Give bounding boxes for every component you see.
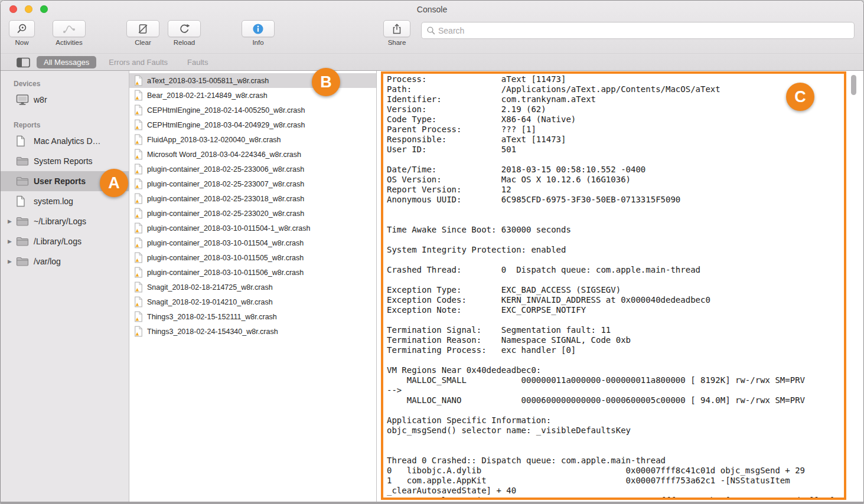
crash-file-icon (134, 149, 144, 160)
crash-file-name: plugin-container_2018-02-25-233018_w8r.c… (147, 195, 304, 203)
sidebar-item-label: User Reports (34, 176, 86, 186)
search-input[interactable] (438, 26, 849, 35)
toolbar-item: Info (242, 20, 275, 46)
scrollbar-thumb[interactable] (851, 75, 856, 95)
crash-file-row[interactable]: CEPHtmlEngine_2018-02-14-005250_w8r.cras… (129, 103, 376, 117)
folder-icon (16, 256, 29, 267)
console-window: Console Now Activities (0, 0, 864, 504)
crash-file-icon (134, 296, 144, 307)
display-icon (16, 94, 29, 106)
crash-file-row[interactable]: plugin-container_2018-03-10-011504_w8r.c… (129, 235, 376, 250)
sidebar-toggle-icon[interactable] (17, 57, 31, 68)
crash-file-icon (134, 119, 144, 130)
toolbar-button-clear[interactable] (126, 20, 159, 37)
crash-file-row[interactable]: plugin-container_2018-02-25-233007_w8r.c… (129, 176, 376, 191)
crash-file-name: Bear_2018-02-21-214849_w8r.crash (147, 91, 268, 100)
annotation-badge-b: B (312, 68, 340, 96)
folder-icon (16, 236, 29, 247)
crash-file-name: Snagit_2018-02-18-214725_w8r.crash (147, 283, 273, 292)
search-field[interactable] (421, 22, 855, 39)
search-icon (426, 26, 435, 35)
disclosure-triangle-icon[interactable]: ▶ (8, 238, 16, 244)
crash-file-row[interactable]: Snagit_2018-02-18-214725_w8r.crash (129, 280, 376, 294)
crash-file-icon (134, 75, 144, 86)
filter-tab[interactable]: Errors and Faults (102, 56, 175, 68)
sidebar-item-label: w8r (34, 95, 47, 104)
crash-file-icon (134, 267, 144, 278)
crash-file-row[interactable]: Snagit_2018-02-19-014210_w8r.crash (129, 294, 376, 309)
disclosure-triangle-icon[interactable]: ▶ (8, 258, 16, 264)
toolbar-button-info[interactable] (242, 20, 275, 37)
crash-file-row[interactable]: plugin-container_2018-03-10-011506_w8r.c… (129, 265, 376, 280)
sidebar-item[interactable]: ▶ ~/Library/Logs (1, 211, 129, 231)
crash-file-icon (134, 90, 144, 101)
crash-file-row[interactable]: FluidApp_2018-03-12-020040_w8r.crash (129, 132, 376, 147)
sidebar-item-label: ~/Library/Logs (34, 217, 86, 226)
crash-file-row[interactable]: CEPHtmlEngine_2018-03-04-204929_w8r.cras… (129, 117, 376, 132)
toolbar-button-label: Clear (135, 39, 151, 46)
crash-file-row[interactable]: plugin-container_2018-02-25-233006_w8r.c… (129, 162, 376, 176)
crash-file-row[interactable]: Things3_2018-02-24-154340_w8r.crash (129, 324, 376, 339)
crash-file-name: plugin-container_2018-03-10-011504_w8r.c… (147, 239, 304, 247)
sidebar-section-header: Devices (1, 78, 129, 90)
annotation-badge-a: A (100, 169, 128, 197)
titlebar: Console (1, 1, 863, 18)
sidebar-item[interactable]: ▶ w8r (1, 90, 129, 110)
toolbar-button-share[interactable] (383, 20, 410, 37)
crash-file-name: CEPHtmlEngine_2018-02-14-005250_w8r.cras… (147, 106, 305, 114)
crash-file-icon (134, 134, 144, 145)
crash-file-row[interactable]: plugin-container_2018-03-10-011504-1_w8r… (129, 221, 376, 235)
sidebar-item[interactable]: ▶ Mac Analytics D… (1, 131, 129, 151)
sidebar-item-label: System Reports (34, 156, 93, 166)
toolbar-button-label: Now (15, 39, 28, 46)
toolbar-item: Now (9, 20, 35, 46)
toolbar-button-reload[interactable] (168, 20, 201, 37)
crash-file-name: plugin-container_2018-03-10-011505_w8r.c… (147, 254, 304, 262)
crash-file-icon (134, 222, 144, 234)
filter-tab[interactable]: All Messages (37, 56, 96, 68)
annotation-badge-c: C (786, 83, 814, 111)
sidebar-section-header: Reports (1, 119, 129, 131)
reload-icon (178, 23, 190, 35)
filter-tab-label: All Messages (44, 58, 89, 67)
document-icon (16, 195, 29, 207)
crash-file-row[interactable]: plugin-container_2018-03-10-011505_w8r.c… (129, 250, 376, 265)
highlight-box: Process: aText [11473] Path: /Applicatio… (381, 71, 846, 500)
crash-file-list: aText_2018-03-15-005811_w8r.crash Bear_2… (129, 71, 377, 502)
toolbar-button-activities[interactable] (53, 20, 86, 37)
crash-file-icon (134, 282, 144, 293)
toolbar-item: Activities (53, 20, 86, 46)
crash-file-row[interactable]: plugin-container_2018-02-25-233018_w8r.c… (129, 191, 376, 206)
crash-file-name: Microsoft Word_2018-03-04-224346_w8r.cra… (147, 150, 301, 159)
window-chrome: Console Now Activities (1, 1, 863, 71)
disclosure-triangle-icon[interactable]: ▶ (8, 218, 16, 224)
crash-file-row[interactable]: plugin-container_2018-02-25-233020_w8r.c… (129, 206, 376, 221)
toolbar-item: Reload (168, 20, 201, 46)
crash-file-row[interactable]: Bear_2018-02-21-214849_w8r.crash (129, 88, 376, 103)
crash-file-icon (134, 326, 144, 337)
filter-tab[interactable]: Faults (180, 56, 215, 68)
crash-file-icon (134, 163, 144, 175)
crash-file-row[interactable]: Things3_2018-02-15-152111_w8r.crash (129, 309, 376, 324)
sidebar-item[interactable]: ▶ System Reports (1, 151, 129, 171)
window-title: Console (1, 5, 863, 14)
filter-tab-label: Faults (187, 58, 208, 67)
sidebar-item-label: Mac Analytics D… (34, 136, 101, 146)
crash-file-icon (134, 237, 144, 248)
sidebar-section-items: ▶ w8r (1, 90, 129, 110)
toolbar-button-label: Share (388, 39, 406, 46)
crash-file-row[interactable]: Microsoft Word_2018-03-04-224346_w8r.cra… (129, 147, 376, 162)
sidebar: Devices ▶ w8r Reports ▶ (1, 71, 129, 502)
share-icon (391, 23, 403, 35)
activities-icon (63, 24, 76, 34)
sidebar-item[interactable]: ▶ /var/log (1, 251, 129, 271)
crash-file-name: plugin-container_2018-02-25-233006_w8r.c… (147, 165, 304, 174)
toolbar-button-label: Info (252, 39, 263, 46)
crash-file-name: plugin-container_2018-03-10-011504-1_w8r… (147, 224, 310, 233)
toolbar-button-now[interactable] (9, 20, 35, 37)
folder-icon (16, 216, 29, 227)
sidebar-item[interactable]: ▶ /Library/Logs (1, 231, 129, 251)
sidebar-item-label: /Library/Logs (34, 237, 81, 246)
clear-icon (137, 23, 149, 35)
sidebar-item-label: /var/log (34, 257, 61, 266)
